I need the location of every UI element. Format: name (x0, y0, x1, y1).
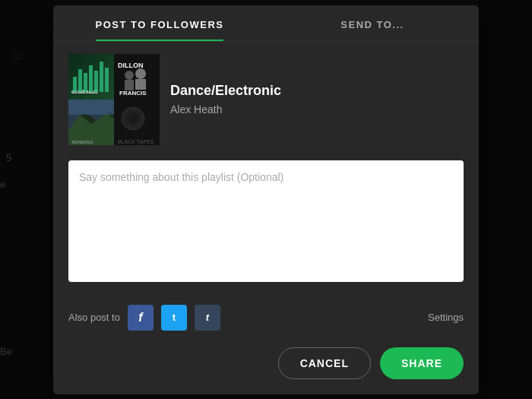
comment-area (68, 160, 464, 285)
playlist-author: Alex Heath (170, 103, 281, 116)
modal: POST TO FOLLOWERS SEND TO... deadmau5 (53, 5, 479, 394)
tab-post-to-followers[interactable]: POST TO FOLLOWERS (53, 5, 266, 41)
action-buttons: CANCEL SHARE (53, 343, 479, 394)
also-post-label: Also post to (68, 312, 120, 323)
svg-point-25 (127, 112, 139, 125)
svg-rect-7 (94, 71, 98, 92)
svg-rect-5 (84, 73, 87, 92)
facebook-button[interactable]: f (128, 305, 154, 331)
modal-overlay: POST TO FOLLOWERS SEND TO... deadmau5 (0, 0, 532, 399)
bottom-bar: Also post to f t t Settings (53, 297, 479, 343)
cancel-button[interactable]: CANCEL (278, 347, 371, 379)
svg-text:DILLON: DILLON (118, 62, 144, 69)
tab-bar: POST TO FOLLOWERS SEND TO... (53, 5, 479, 42)
twitter-button[interactable]: t (161, 305, 187, 331)
svg-text:FRANCIS: FRANCIS (119, 90, 147, 97)
svg-point-14 (135, 68, 146, 79)
playlist-meta: Dance/Electronic Alex Heath (170, 83, 281, 116)
svg-rect-4 (78, 69, 82, 92)
playlist-title: Dance/Electronic (170, 83, 281, 99)
svg-rect-3 (73, 77, 77, 92)
svg-rect-9 (105, 68, 109, 92)
svg-text:SONDIGO: SONDIGO (71, 140, 93, 144)
svg-rect-6 (89, 65, 93, 92)
svg-rect-8 (100, 62, 103, 92)
playlist-cover: deadmau5 DILLON FRANCIS (68, 54, 160, 145)
settings-link[interactable]: Settings (428, 312, 464, 323)
svg-text:BLACK TAPES: BLACK TAPES (118, 139, 154, 144)
svg-point-12 (125, 71, 134, 80)
tumblr-button[interactable]: t (195, 305, 220, 331)
playlist-info: deadmau5 DILLON FRANCIS (53, 42, 479, 157)
also-post-section: Also post to f t t (68, 305, 220, 331)
svg-rect-13 (125, 80, 134, 90)
svg-rect-20 (68, 100, 114, 115)
tab-send-to[interactable]: SEND TO... (266, 5, 479, 41)
comment-textarea[interactable] (68, 160, 464, 282)
svg-rect-15 (135, 79, 146, 90)
share-button[interactable]: SHARE (380, 347, 464, 379)
